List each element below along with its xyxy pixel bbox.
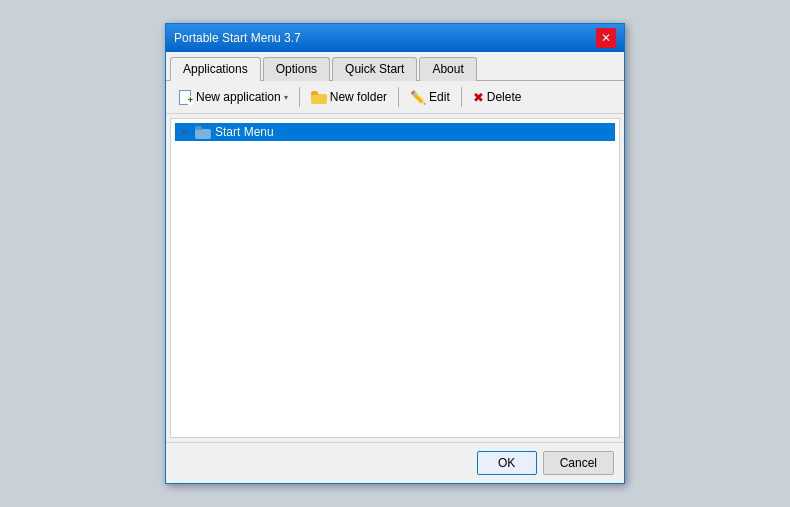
delete-button[interactable]: ✖ Delete — [466, 86, 529, 109]
footer: OK Cancel — [166, 442, 624, 483]
tree-item-start-menu[interactable]: ▸ Start Menu — [175, 123, 615, 141]
edit-button[interactable]: ✏️ Edit — [403, 86, 457, 109]
folder-icon-tree — [195, 126, 211, 139]
new-folder-button[interactable]: New folder — [304, 86, 394, 108]
title-bar: Portable Start Menu 3.7 ✕ — [166, 24, 624, 52]
new-doc-icon — [179, 89, 193, 105]
dropdown-arrow-icon: ▾ — [284, 93, 288, 102]
toolbar-separator-3 — [461, 87, 462, 107]
window-title: Portable Start Menu 3.7 — [174, 31, 301, 45]
toolbar-separator-2 — [398, 87, 399, 107]
edit-icon: ✏️ — [410, 90, 426, 105]
tree-label-start-menu: Start Menu — [215, 125, 274, 139]
new-application-button[interactable]: New application ▾ — [172, 85, 295, 109]
toolbar-separator-1 — [299, 87, 300, 107]
tab-quickstart[interactable]: Quick Start — [332, 57, 417, 81]
ok-button[interactable]: OK — [477, 451, 537, 475]
tree-content-area: ▸ Start Menu — [170, 118, 620, 438]
delete-icon: ✖ — [473, 90, 484, 105]
tab-about[interactable]: About — [419, 57, 476, 81]
cancel-button[interactable]: Cancel — [543, 451, 614, 475]
folder-icon — [311, 91, 327, 104]
tree-expander: ▸ — [179, 126, 191, 138]
tab-options[interactable]: Options — [263, 57, 330, 81]
tab-applications[interactable]: Applications — [170, 57, 261, 81]
main-window: Portable Start Menu 3.7 ✕ Applications O… — [165, 23, 625, 484]
toolbar: New application ▾ New folder ✏️ Edit ✖ D… — [166, 81, 624, 114]
tab-bar: Applications Options Quick Start About — [166, 52, 624, 81]
close-button[interactable]: ✕ — [596, 28, 616, 48]
